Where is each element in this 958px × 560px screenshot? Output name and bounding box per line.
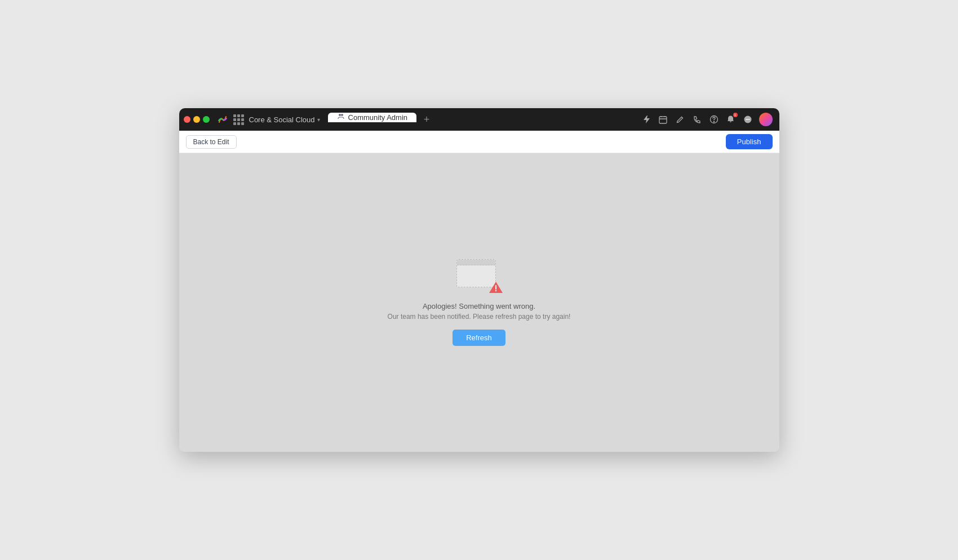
error-messages: Apologies! Something went wrong. Our tea… xyxy=(388,302,571,321)
maximize-button[interactable] xyxy=(203,116,210,123)
minimize-button[interactable] xyxy=(193,116,200,123)
svg-point-8 xyxy=(748,119,749,120)
close-button[interactable] xyxy=(184,116,190,123)
tab-label: Community Admin xyxy=(348,113,407,122)
back-to-edit-button[interactable]: Back to Edit xyxy=(186,135,237,149)
notification-badge: 1 xyxy=(733,113,738,117)
refresh-button[interactable]: Refresh xyxy=(453,330,505,346)
phone-icon[interactable] xyxy=(691,114,703,125)
tab-bar: Community Admin + xyxy=(328,112,637,127)
app-name-button[interactable]: Core & Social Cloud ▾ xyxy=(249,115,320,124)
add-tab-button[interactable]: + xyxy=(419,112,434,127)
svg-point-6 xyxy=(746,119,747,120)
calendar-icon[interactable] xyxy=(658,114,669,125)
browser-window: Core & Social Cloud ▾ Community Admin + xyxy=(179,108,779,452)
svg-point-0 xyxy=(339,114,341,116)
warning-triangle-icon xyxy=(488,279,504,295)
lightning-icon[interactable] xyxy=(641,114,652,125)
community-tab-icon xyxy=(337,113,345,122)
chat-icon[interactable] xyxy=(742,114,753,125)
main-content: Apologies! Something went wrong. Our tea… xyxy=(179,153,779,452)
app-logo xyxy=(216,113,229,126)
pencil-icon[interactable] xyxy=(675,114,686,125)
chevron-down-icon: ▾ xyxy=(317,117,320,123)
error-title: Apologies! Something went wrong. xyxy=(388,302,571,310)
tab-community-admin[interactable]: Community Admin xyxy=(328,113,416,122)
app-name-label: Core & Social Cloud xyxy=(249,115,315,124)
traffic-lights xyxy=(184,116,210,123)
main-toolbar: Back to Edit Publish xyxy=(179,131,779,153)
browser-mockup-bar xyxy=(457,260,495,265)
title-bar: Core & Social Cloud ▾ Community Admin + xyxy=(179,108,779,131)
error-container: Apologies! Something went wrong. Our tea… xyxy=(388,259,571,346)
svg-point-9 xyxy=(495,290,496,291)
svg-point-1 xyxy=(341,114,343,116)
error-subtitle: Our team has been notified. Please refre… xyxy=(388,313,571,321)
error-illustration xyxy=(456,259,502,293)
grid-icon[interactable] xyxy=(233,114,243,125)
titlebar-right-actions: 1 xyxy=(641,113,775,126)
help-icon[interactable] xyxy=(708,114,720,125)
svg-rect-2 xyxy=(659,117,667,123)
svg-point-7 xyxy=(747,119,748,120)
notification-icon[interactable]: 1 xyxy=(725,114,737,125)
svg-point-4 xyxy=(713,121,714,122)
user-avatar[interactable] xyxy=(759,113,773,126)
publish-button[interactable]: Publish xyxy=(726,134,773,149)
